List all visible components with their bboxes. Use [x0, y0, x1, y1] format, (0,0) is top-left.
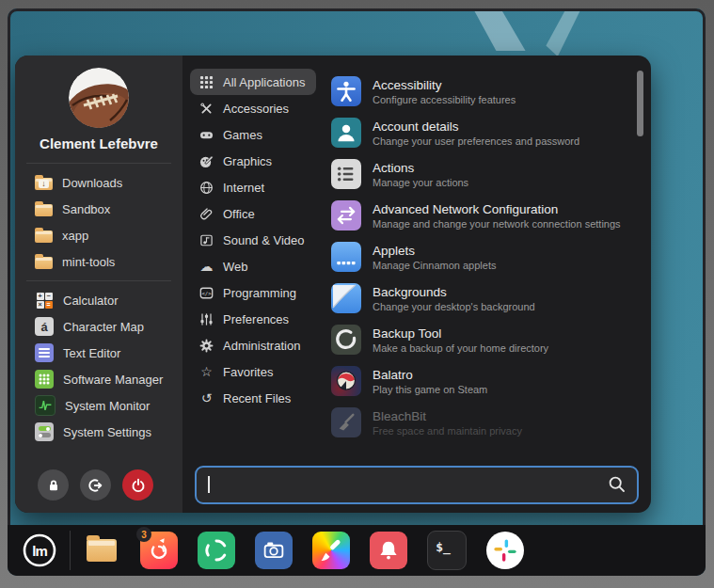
- launcher-drawing[interactable]: [312, 532, 350, 569]
- app-account-details[interactable]: Account detailsChange your user preferen…: [331, 112, 630, 153]
- network-arrows-icon: [331, 200, 361, 230]
- firefox-icon: [145, 536, 173, 564]
- category-web[interactable]: ☁ Web: [190, 253, 260, 279]
- sidebar-item-label: Character Map: [63, 320, 144, 334]
- sidebar-item-system-settings[interactable]: System Settings: [15, 419, 182, 445]
- text-cursor: [208, 476, 210, 493]
- category-label: All Applications: [223, 75, 305, 89]
- launcher-notifications[interactable]: [370, 532, 407, 569]
- category-accessories[interactable]: Accessories: [190, 95, 300, 121]
- category-graphics[interactable]: Graphics: [190, 148, 283, 174]
- app-description: Make a backup of your home directory: [373, 342, 548, 354]
- bottom-panel: lm 3: [8, 525, 706, 576]
- category-label: Programming: [223, 286, 296, 300]
- launcher-screenshot[interactable]: [255, 532, 293, 569]
- star-icon: ☆: [198, 364, 214, 379]
- divider: [26, 163, 171, 164]
- scrollbar-thumb[interactable]: [637, 71, 643, 136]
- sidebar-item-system-monitor[interactable]: System Monitor: [15, 392, 182, 419]
- app-name: Actions: [373, 161, 468, 175]
- sidebar-item-software-manager[interactable]: Software Manager: [15, 366, 182, 392]
- place-downloads[interactable]: ↓ Downloads: [15, 169, 182, 196]
- launcher-sync[interactable]: [198, 532, 235, 569]
- category-label: Favorites: [223, 365, 273, 379]
- sidebar-item-label: System Monitor: [65, 399, 150, 413]
- accessibility-icon: [331, 76, 361, 106]
- shutdown-button[interactable]: [122, 469, 153, 501]
- sidebar-item-label: Text Editor: [63, 346, 120, 360]
- category-sound-video[interactable]: Sound & Video: [190, 227, 316, 253]
- system-monitor-icon: [35, 395, 56, 416]
- logout-icon: [88, 478, 103, 493]
- launcher-terminal[interactable]: $_: [427, 531, 467, 570]
- app-bleachbit[interactable]: BleachBitFree space and maintain privacy: [331, 402, 630, 443]
- app-accessibility[interactable]: AccessibilityConfigure accessibility fea…: [331, 71, 630, 112]
- app-name: Backup Tool: [373, 326, 548, 341]
- app-backup-tool[interactable]: Backup ToolMake a backup of your home di…: [331, 319, 630, 360]
- category-office[interactable]: Office: [190, 200, 266, 227]
- slack-icon: [491, 536, 519, 564]
- category-label: Administration: [223, 339, 300, 353]
- lock-button[interactable]: [38, 469, 69, 501]
- backup-tool-icon: [331, 325, 361, 355]
- app-description: Manage your actions: [373, 177, 468, 188]
- linux-mint-logo-icon: lm: [22, 532, 57, 568]
- category-label: Games: [223, 128, 262, 142]
- bleachbit-icon: [331, 407, 361, 437]
- category-preferences[interactable]: Preferences: [190, 306, 300, 332]
- wallpaper-mountain-shape: [534, 11, 593, 56]
- category-internet[interactable]: Internet: [190, 174, 276, 200]
- app-description: Change your desktop's background: [373, 301, 535, 312]
- app-advanced-network-configuration[interactable]: Advanced Network ConfigurationManage and…: [331, 195, 630, 236]
- launcher-slack[interactable]: [486, 532, 524, 569]
- category-programming[interactable]: </> Programming: [190, 279, 308, 306]
- cloud-icon: ☁: [198, 259, 214, 274]
- camera-icon: [260, 536, 288, 564]
- downloads-folder-icon: ↓: [35, 178, 53, 190]
- place-sandbox[interactable]: Sandbox: [15, 196, 182, 222]
- app-description: Play this game on Steam: [373, 384, 487, 395]
- category-favorites[interactable]: ☆ Favorites: [190, 358, 284, 385]
- sidebar-item-calculator[interactable]: +−×= Calculator: [15, 287, 182, 313]
- calculator-icon: +−×=: [35, 291, 54, 310]
- sidebar-item-character-map[interactable]: á Character Map: [15, 313, 182, 340]
- app-applets[interactable]: AppletsManage Cinnamon applets: [331, 236, 630, 278]
- logout-button[interactable]: [80, 469, 111, 501]
- place-xapp[interactable]: xapp: [15, 222, 182, 248]
- power-icon: [131, 478, 146, 493]
- lock-icon: [46, 478, 61, 493]
- category-label: Internet: [223, 181, 264, 195]
- software-manager-icon: [35, 370, 54, 389]
- download-count-badge: 3: [136, 527, 151, 542]
- sidebar-item-label: Software Manager: [63, 373, 163, 387]
- sidebar-item-label: System Settings: [63, 425, 151, 439]
- bell-icon: [374, 536, 403, 564]
- user-avatar[interactable]: [69, 68, 129, 128]
- sidebar-item-text-editor[interactable]: Text Editor: [15, 340, 182, 366]
- app-description: Manage Cinnamon applets: [373, 260, 496, 271]
- category-all-applications[interactable]: All Applications: [190, 69, 316, 95]
- panel-separator: [70, 531, 71, 570]
- app-actions[interactable]: ActionsManage your actions: [331, 153, 630, 195]
- balatro-icon: [331, 366, 361, 396]
- place-mint-tools[interactable]: mint-tools: [15, 248, 182, 275]
- category-recent-files[interactable]: ↺ Recent Files: [190, 385, 302, 411]
- sidebar-item-label: Calculator: [63, 294, 119, 308]
- divider: [26, 280, 171, 281]
- menu-button[interactable]: lm: [19, 530, 60, 571]
- paperclip-icon: [198, 207, 214, 221]
- category-label: Accessories: [223, 102, 289, 116]
- category-games[interactable]: Games: [190, 121, 274, 148]
- search-input[interactable]: [197, 468, 637, 502]
- files-folder-icon: [87, 539, 117, 562]
- globe-icon: [198, 181, 214, 195]
- category-administration[interactable]: Administration: [190, 332, 311, 358]
- wallpaper-mountain-shape: [464, 11, 541, 51]
- launcher-firefox[interactable]: 3: [140, 532, 178, 569]
- screenshot-frame: Clement Lefebvre ↓ Downloads Sandbox xap…: [0, 0, 714, 588]
- user-name: Clement Lefebvre: [15, 132, 182, 157]
- app-balatro[interactable]: BalatroPlay this game on Steam: [331, 360, 630, 402]
- launcher-files[interactable]: [83, 532, 120, 569]
- sync-arrows-icon: [202, 536, 230, 564]
- app-backgrounds[interactable]: BackgroundsChange your desktop's backgro…: [331, 278, 630, 319]
